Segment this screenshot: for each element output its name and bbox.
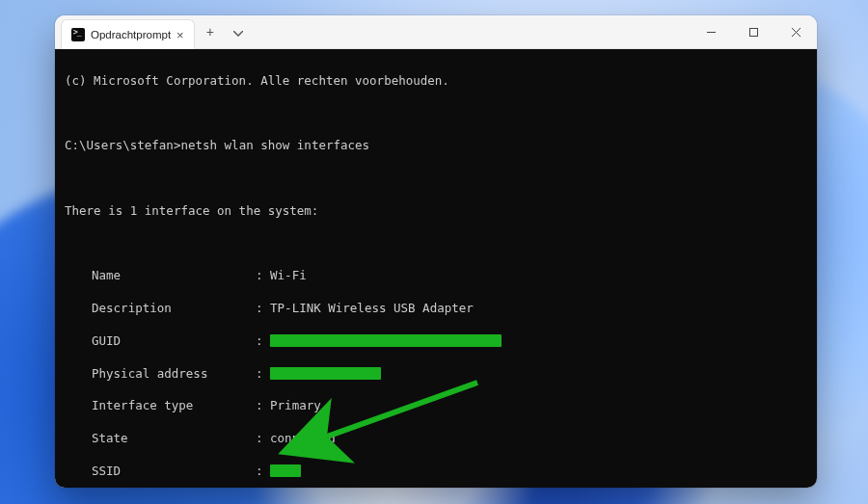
copyright-line: (c) Microsoft Corporation. Alle rechten … bbox=[65, 73, 807, 90]
command-prompt-icon bbox=[71, 28, 85, 41]
tab-menu-button[interactable] bbox=[228, 20, 249, 43]
redacted-guid bbox=[270, 334, 502, 347]
kv-description: Description: TP-LINK Wireless USB Adapte… bbox=[65, 301, 807, 317]
close-icon bbox=[791, 27, 801, 38]
redacted-physical-address bbox=[270, 367, 381, 380]
chevron-down-icon bbox=[233, 31, 243, 37]
svg-rect-0 bbox=[749, 28, 757, 36]
maximize-icon bbox=[748, 27, 759, 38]
terminal-window: Opdrachtprompt × + (c) Microsoft bbox=[55, 15, 817, 488]
kv-physical-address: Physical address: bbox=[65, 366, 807, 383]
new-tab-button[interactable]: + bbox=[201, 20, 220, 43]
kv-interface-type: Interface type: Primary bbox=[65, 398, 807, 414]
command-line: C:\Users\stefan>netsh wlan show interfac… bbox=[65, 138, 807, 154]
kv-guid: GUID: bbox=[65, 333, 807, 350]
intro-line: There is 1 interface on the system: bbox=[65, 203, 807, 220]
close-button[interactable] bbox=[774, 15, 817, 48]
redacted-ssid bbox=[270, 464, 301, 477]
kv-name: Name: Wi-Fi bbox=[65, 268, 807, 284]
kv-state: State: connected bbox=[65, 431, 807, 447]
minimize-button[interactable] bbox=[690, 15, 732, 48]
minimize-icon bbox=[706, 27, 717, 38]
window-controls bbox=[690, 15, 817, 48]
kv-ssid: SSID: bbox=[65, 464, 807, 480]
titlebar-drag-area[interactable] bbox=[255, 15, 690, 48]
terminal-output[interactable]: (c) Microsoft Corporation. Alle rechten … bbox=[55, 49, 817, 488]
tab-command-prompt[interactable]: Opdrachtprompt × bbox=[61, 19, 195, 49]
window-titlebar[interactable]: Opdrachtprompt × + bbox=[55, 15, 817, 49]
tab-close-button[interactable]: × bbox=[176, 29, 184, 41]
tab-actions: + bbox=[195, 15, 255, 48]
maximize-button[interactable] bbox=[732, 15, 774, 48]
tab-title: Opdrachtprompt bbox=[91, 29, 171, 40]
